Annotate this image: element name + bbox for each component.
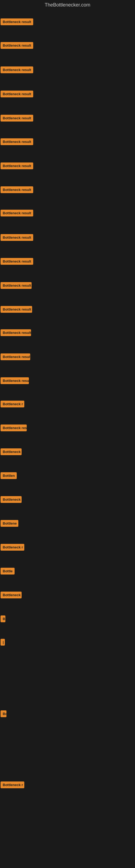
bottleneck-badge[interactable]: Bottleneck result — [1, 19, 33, 25]
bottleneck-badge[interactable]: B — [1, 616, 5, 622]
bottleneck-badge[interactable]: Bottleneck result — [1, 42, 33, 49]
bottleneck-item: Bo — [1, 710, 6, 718]
bottleneck-badge[interactable]: Bottleneck — [1, 496, 21, 503]
bottleneck-item: Bottleneck — [1, 448, 21, 456]
bottleneck-item: Bottleneck result — [1, 329, 31, 337]
bottleneck-item: Bottleneck result — [1, 162, 33, 170]
bottleneck-item: Bottleneck result — [1, 282, 32, 290]
bottleneck-badge[interactable]: Bottleneck result — [1, 66, 33, 73]
bottleneck-badge[interactable]: Bottleneck result — [1, 234, 33, 241]
bottleneck-badge[interactable]: Bottleneck result — [1, 306, 32, 313]
bottleneck-badge[interactable]: Bottleneck — [1, 448, 21, 455]
bottleneck-item: B — [1, 616, 5, 623]
bottleneck-badge[interactable]: Bottleneck result — [1, 186, 33, 193]
items-container: Bottleneck resultBottleneck resultBottle… — [0, 11, 135, 868]
bottleneck-badge[interactable]: Bottleneck result — [1, 353, 30, 360]
bottleneck-item: Bottleneck result — [1, 258, 33, 266]
bottleneck-item: Bottleneck result — [1, 91, 33, 98]
bottleneck-badge[interactable]: Bottleneck resul — [1, 377, 29, 384]
bottleneck-item: Bottleneck result — [1, 42, 33, 50]
bottleneck-item: Bottleneck result — [1, 210, 33, 218]
bottleneck-badge[interactable]: Bottleneck result — [1, 329, 31, 336]
bottleneck-badge[interactable]: Bottleneck result — [1, 210, 33, 216]
bottleneck-badge[interactable]: Bottleneck — [1, 592, 21, 598]
bottleneck-item: Bottleneck result — [1, 234, 33, 242]
bottleneck-badge[interactable]: | — [1, 639, 5, 646]
bottleneck-item: Bottleneck — [1, 592, 21, 599]
bottleneck-item: Bottleneck resul — [1, 377, 29, 385]
bottleneck-item: Bottleneck res — [1, 425, 27, 432]
bottleneck-item: Bottleneck result — [1, 306, 32, 314]
bottleneck-badge[interactable]: Bottleneck result — [1, 115, 33, 122]
bottleneck-badge[interactable]: Bottleneck result — [1, 282, 32, 289]
bottleneck-item: Bottleneck result — [1, 115, 33, 123]
bottleneck-item: Bottleneck result — [1, 186, 33, 194]
bottleneck-badge[interactable]: Bottleneck result — [1, 91, 33, 97]
bottleneck-item: Bottleneck result — [1, 66, 33, 74]
bottleneck-item: Bottle — [1, 568, 14, 576]
bottleneck-item: Bottleneck r — [1, 544, 24, 552]
bottleneck-badge[interactable]: Bottleneck r — [1, 781, 24, 788]
bottleneck-item: Bottlen — [1, 472, 17, 480]
site-title: TheBottlenecker.com — [0, 0, 135, 11]
bottleneck-badge[interactable]: Bottleneck result — [1, 138, 33, 145]
bottleneck-badge[interactable]: Bottleneck res — [1, 425, 27, 431]
bottleneck-badge[interactable]: Bottleneck result — [1, 162, 33, 169]
bottleneck-badge[interactable]: Bottleneck r — [1, 544, 24, 551]
bottleneck-badge[interactable]: Bottlene — [1, 520, 18, 527]
bottleneck-badge[interactable]: Bottle — [1, 568, 14, 575]
bottleneck-item: Bottleneck result — [1, 138, 33, 146]
bottleneck-item: Bottleneck result — [1, 19, 33, 26]
bottleneck-item: Bottleneck — [1, 496, 21, 504]
bottleneck-badge[interactable]: Bottlen — [1, 472, 17, 479]
bottleneck-badge[interactable]: Bottleneck r — [1, 401, 24, 407]
bottleneck-badge[interactable]: Bo — [1, 710, 6, 717]
bottleneck-item: Bottleneck r — [1, 781, 24, 789]
bottleneck-item: Bottleneck r — [1, 401, 24, 408]
bottleneck-badge[interactable]: Bottleneck result — [1, 258, 33, 265]
bottleneck-item: Bottleneck result — [1, 353, 30, 361]
bottleneck-item: | — [1, 639, 5, 647]
bottleneck-item: Bottlene — [1, 520, 18, 528]
